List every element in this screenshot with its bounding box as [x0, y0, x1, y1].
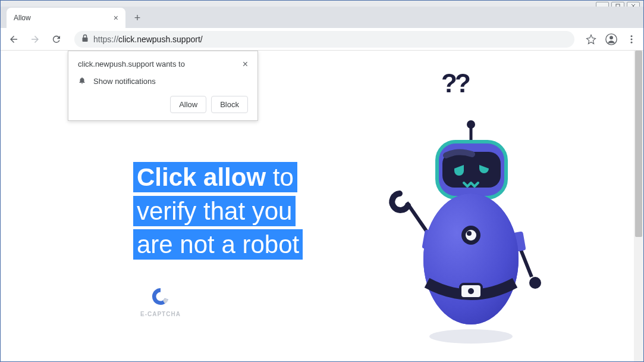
url-host: click.newpush.support/: [118, 35, 203, 44]
tab-close-icon[interactable]: ×: [114, 13, 118, 23]
address-bar[interactable]: https://click.newpush.support/: [74, 31, 574, 48]
hero-line-3: are not a robot: [133, 229, 303, 260]
scrollbar-thumb[interactable]: [635, 51, 642, 237]
hero-rest-1: to: [266, 163, 294, 191]
allow-button[interactable]: Allow: [170, 96, 206, 113]
permission-dialog-close-icon[interactable]: ×: [243, 60, 248, 69]
url-text: https://click.newpush.support/: [93, 35, 203, 44]
hero-line-2: verify that you: [133, 196, 296, 226]
hero-bold: Click allow: [137, 163, 266, 191]
svg-point-17: [467, 120, 475, 129]
robot-illustration: ??: [370, 68, 560, 348]
hero-text: Click allow to verify that you are not a…: [133, 161, 303, 262]
bell-icon: [78, 76, 86, 86]
account-icon[interactable]: [604, 32, 618, 46]
back-button[interactable]: [5, 31, 22, 48]
vertical-scrollbar[interactable]: [634, 51, 643, 361]
forward-button[interactable]: [27, 31, 43, 48]
reload-button[interactable]: [48, 31, 65, 48]
lock-icon: [81, 34, 89, 44]
window-title-bar: [1, 1, 643, 7]
browser-tab[interactable]: Allow ×: [7, 8, 125, 28]
svg-point-7: [631, 35, 633, 37]
new-tab-button[interactable]: +: [129, 10, 146, 26]
permission-dialog-title: click.newpush.support wants to: [78, 60, 185, 68]
svg-point-8: [631, 38, 633, 40]
captcha-label: E-CAPTCHA: [140, 311, 181, 317]
kebab-menu-icon[interactable]: [624, 32, 639, 46]
block-button[interactable]: Block: [211, 96, 248, 113]
svg-point-22: [423, 194, 519, 324]
svg-point-27: [468, 288, 474, 294]
svg-point-10: [429, 329, 513, 344]
e-captcha-badge: E-CAPTCHA: [140, 286, 181, 317]
question-marks-icon: ??: [441, 68, 469, 98]
svg-point-24: [466, 230, 476, 241]
tab-strip: Allow × +: [1, 7, 643, 28]
svg-point-6: [610, 36, 613, 39]
bookmark-star-icon[interactable]: [584, 32, 598, 46]
url-scheme: https://: [93, 35, 118, 44]
notification-permission-dialog: click.newpush.support wants to × Show no…: [68, 51, 258, 121]
captcha-c-icon: [150, 286, 171, 307]
svg-point-25: [467, 231, 472, 236]
toolbar-right: [584, 32, 639, 46]
page-content: click.newpush.support wants to × Show no…: [1, 51, 643, 361]
permission-dialog-item: Show notifications: [93, 77, 156, 86]
browser-toolbar: https://click.newpush.support/: [1, 28, 643, 51]
tab-title: Allow: [14, 14, 31, 22]
svg-point-9: [631, 41, 633, 43]
svg-point-15: [529, 277, 541, 289]
svg-rect-4: [83, 38, 88, 42]
